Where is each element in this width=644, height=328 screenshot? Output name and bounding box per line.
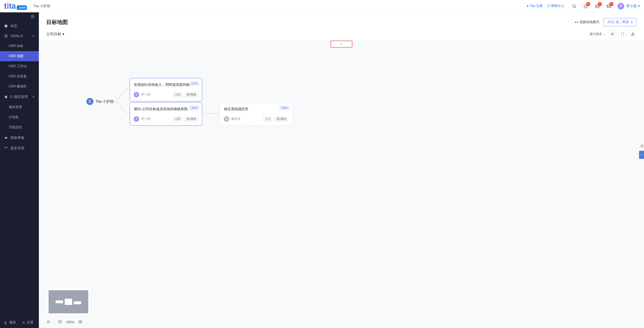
support-widget[interactable]: ☺ 在线客服 bbox=[639, 151, 644, 159]
canvas[interactable]: Tita 小驴组 1 − 17% 实现创纪录的收入，同时提高盈利能力 李 李小慧… bbox=[39, 40, 644, 328]
chevron-down-icon: ▾ bbox=[62, 32, 64, 36]
zoom-out-button[interactable] bbox=[58, 320, 62, 325]
chevron-down-icon bbox=[32, 35, 35, 37]
sparkle-icon: ✦ bbox=[526, 4, 529, 8]
root-node[interactable]: Tita 小驴组 bbox=[86, 98, 114, 105]
link-baodian[interactable]: ✦Tita 宝典 bbox=[526, 4, 543, 8]
clipboard-icon bbox=[4, 95, 8, 99]
zoom-in-button[interactable] bbox=[78, 320, 82, 325]
svg-line-21 bbox=[612, 34, 613, 35]
headset-icon: ☺ bbox=[640, 153, 643, 156]
chevron-down-icon bbox=[32, 96, 35, 98]
card-footer: 糖 糖豆豆 个人 第2季度 bbox=[224, 116, 288, 122]
target-icon bbox=[4, 34, 8, 38]
zoom-bar: 100% bbox=[46, 320, 82, 325]
user-plus-icon bbox=[4, 321, 8, 324]
sidebar-subitem-okr-map[interactable]: OKR 地图 bbox=[0, 51, 39, 61]
goal-dropdown-label: 公司目标 bbox=[46, 31, 61, 36]
search-button[interactable] bbox=[571, 3, 577, 9]
quarter-label: 2021 第二季度 bbox=[608, 20, 629, 24]
gear-icon bbox=[22, 321, 25, 324]
page-title: 目标地图 bbox=[46, 18, 68, 26]
reminder-badge: 20 bbox=[586, 2, 590, 6]
sidebar-subitem-schedule[interactable]: 计划表 bbox=[0, 112, 39, 122]
collapse-handle[interactable] bbox=[331, 41, 352, 47]
svg-line-20 bbox=[612, 33, 613, 34]
fullscreen-button[interactable] bbox=[619, 30, 626, 38]
svg-point-19 bbox=[613, 35, 614, 35]
sidebar-item-performance[interactable]: 绩效考核 bbox=[0, 133, 39, 143]
main: 目标地图 切换深色模式 2021 第二季度 ▾ 公司目标 ▾ 展示更多 bbox=[39, 12, 644, 328]
logo[interactable]: tita.com bbox=[4, 2, 27, 10]
minimap-view bbox=[48, 290, 88, 313]
svg-rect-14 bbox=[6, 147, 8, 148]
sidebar-item-feed[interactable]: 动态 bbox=[0, 21, 39, 31]
building-icon bbox=[86, 98, 94, 105]
okr-card[interactable]: 10% 保证系统稳定性 糖 糖豆豆 个人 第2季度 bbox=[220, 103, 292, 126]
help-icon: ⓘ bbox=[547, 4, 550, 8]
user-avatar[interactable]: 李 bbox=[618, 3, 624, 9]
user-name-label: 李小慧 bbox=[626, 4, 637, 8]
link-baodian-label: Tita 宝典 bbox=[530, 4, 543, 8]
app-name: Tita 小驴组 bbox=[33, 4, 50, 8]
sidebar-subitem-okr-method[interactable]: OKR 工作法 bbox=[0, 61, 39, 71]
invite-label: 邀请 bbox=[9, 320, 16, 325]
dark-mode-toggle[interactable]: 切换深色模式 bbox=[574, 20, 599, 24]
settings-button[interactable]: 设置 bbox=[22, 320, 34, 325]
link-help[interactable]: ⓘ帮助中心 bbox=[547, 4, 564, 8]
fullscreen-icon bbox=[621, 32, 624, 36]
sidebar-item-project[interactable]: E-项目管理 bbox=[0, 92, 39, 102]
scope-tag: 公司 bbox=[173, 116, 182, 122]
share-button[interactable] bbox=[608, 30, 616, 38]
svg-rect-11 bbox=[5, 96, 7, 98]
invite-button[interactable]: 邀请 bbox=[4, 320, 16, 325]
expand-toggle[interactable]: − bbox=[203, 111, 208, 116]
svg-line-1 bbox=[575, 7, 576, 8]
reminder-button[interactable]: 20 bbox=[583, 3, 588, 9]
card-title: 测试-公司目标成员添加的操纵权限 bbox=[134, 106, 198, 112]
sidebar-item-more-apps[interactable]: 更多应用 bbox=[0, 143, 39, 154]
okr-card[interactable]: 17% 实现创纪录的收入，同时提高盈利能力 李 李小慧 公司 第2季度 bbox=[130, 78, 202, 101]
svg-rect-12 bbox=[5, 137, 7, 139]
apps-icon bbox=[4, 147, 8, 150]
layout-button[interactable] bbox=[629, 30, 636, 38]
close-support-button[interactable]: ✕ bbox=[640, 144, 644, 148]
svg-point-18 bbox=[613, 33, 614, 33]
compress-icon bbox=[46, 320, 50, 324]
goal-dropdown[interactable]: 公司目标 ▾ bbox=[46, 31, 64, 36]
fit-button[interactable] bbox=[46, 320, 50, 325]
quarter-selector[interactable]: 2021 第二季度 ▾ bbox=[604, 18, 636, 26]
sidebar-subitem-okr-cases[interactable]: OKR 案例库 bbox=[0, 81, 39, 92]
okr-card[interactable]: 30% 测试-公司目标成员添加的操纵权限 李 李小慧 公司 第2季度 bbox=[130, 103, 202, 126]
sidebar-subitem-daily-report[interactable]: 日报总结 bbox=[0, 122, 39, 133]
sidebar-toggle[interactable] bbox=[0, 12, 39, 21]
sidebar-subitem-okr-goal[interactable]: OKR 目标 bbox=[0, 41, 39, 51]
logo-i: i bbox=[7, 2, 9, 10]
sidebar-bottom: 邀请 设置 bbox=[0, 317, 39, 328]
svg-point-9 bbox=[4, 35, 8, 37]
svg-rect-25 bbox=[89, 100, 91, 103]
sidebar-subitem-project-mgmt[interactable]: 项目管理 bbox=[0, 102, 39, 112]
minimap[interactable] bbox=[46, 288, 90, 316]
mail-button[interactable]: 11 bbox=[606, 3, 612, 9]
sidebar-item-label: 动态 bbox=[10, 23, 17, 28]
sidebar-subitem-okr-dashboard[interactable]: OKR 仪表盘 bbox=[0, 71, 39, 81]
sidebar-item-label: OKRs-E bbox=[10, 34, 23, 38]
svg-point-17 bbox=[611, 34, 612, 34]
sidebar-item-okrs[interactable]: OKRs-E bbox=[0, 31, 39, 41]
svg-rect-23 bbox=[632, 35, 632, 35]
card-footer: 李 李小慧 公司 第2季度 bbox=[134, 116, 198, 122]
minus-icon bbox=[58, 320, 62, 324]
chevron-down-icon: ⌄ bbox=[603, 32, 606, 36]
user-menu[interactable]: 李小慧 ▾ bbox=[626, 4, 640, 8]
minimap-node bbox=[65, 299, 72, 305]
inbox-badge: 8 bbox=[598, 2, 602, 6]
owner-name: 糖豆豆 bbox=[231, 117, 261, 121]
logo-ta: ta bbox=[9, 2, 16, 10]
inbox-button[interactable]: 8 bbox=[594, 3, 600, 9]
owner-avatar: 李 bbox=[134, 92, 139, 97]
show-more-dropdown[interactable]: 展示更多 ⌄ bbox=[590, 32, 606, 36]
svg-point-10 bbox=[5, 35, 6, 37]
svg-point-15 bbox=[5, 322, 6, 323]
svg-rect-22 bbox=[633, 33, 633, 33]
